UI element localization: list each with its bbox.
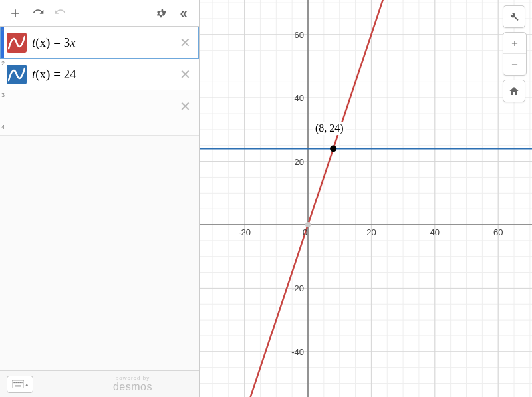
x-tick-label: 0 — [303, 227, 307, 237]
svg-rect-4 — [19, 382, 21, 383]
expression-row[interactable]: 4 — [0, 122, 199, 136]
add-expression-button[interactable] — [4, 2, 27, 25]
expression-list: 1 t(x) = 3x ✕ 2 t(x) = 24 — [0, 27, 199, 370]
svg-rect-0 — [12, 380, 24, 388]
graph-canvas[interactable]: (8, 24) -200204060-40-20204060 — [200, 0, 532, 397]
y-tick-label: 60 — [295, 29, 307, 39]
svg-point-72 — [330, 146, 336, 152]
svg-line-69 — [200, 0, 530, 397]
brand-logo: powered by desmos — [113, 375, 152, 393]
zoom-out-button[interactable] — [503, 54, 526, 75]
svg-rect-6 — [15, 385, 21, 386]
zoom-in-button[interactable] — [503, 33, 526, 54]
graph-controls — [503, 5, 527, 102]
expression-color-icon — [7, 96, 27, 116]
y-tick-label: 40 — [295, 93, 307, 103]
y-tick-label: -40 — [291, 346, 307, 356]
delete-expression-button[interactable]: ✕ — [175, 65, 195, 84]
y-tick-label: -20 — [291, 283, 307, 293]
x-tick-label: 40 — [430, 227, 440, 237]
svg-rect-1 — [13, 382, 15, 383]
expression-color-icon[interactable] — [7, 33, 27, 53]
svg-point-71 — [305, 222, 311, 227]
svg-rect-3 — [17, 382, 19, 383]
plot-svg — [200, 0, 532, 397]
row-index: 3 — [1, 92, 5, 98]
delete-expression-button[interactable]: ✕ — [175, 33, 195, 53]
row-index: 4 — [1, 124, 5, 130]
expression-text[interactable]: t(x) = 24 — [29, 67, 175, 82]
svg-rect-2 — [15, 382, 17, 383]
keyboard-toggle-button[interactable]: ▴ — [7, 376, 33, 393]
row-index: 1 — [1, 28, 5, 35]
expression-row[interactable]: 2 t(x) = 24 ✕ — [0, 59, 199, 90]
home-button[interactable] — [503, 80, 525, 102]
app-root: « 1 t(x) = 3x ✕ 2 — [0, 0, 532, 397]
expression-text[interactable]: t(x) = 3x — [29, 35, 175, 50]
zoom-group — [503, 32, 527, 76]
svg-rect-5 — [21, 382, 23, 383]
x-tick-label: -20 — [238, 227, 251, 237]
x-tick-label: 60 — [493, 227, 503, 237]
x-tick-label: 20 — [366, 227, 376, 237]
panel-footer: ▴ powered by desmos — [0, 370, 199, 397]
wrench-button[interactable] — [503, 5, 525, 28]
undo-button[interactable] — [27, 2, 49, 25]
redo-button[interactable] — [49, 2, 72, 25]
delete-expression-button[interactable]: ✕ — [175, 96, 195, 116]
expression-row[interactable]: 3 ✕ — [0, 90, 199, 122]
graph-settings-button[interactable] — [150, 2, 172, 25]
expression-panel: « 1 t(x) = 3x ✕ 2 — [0, 0, 200, 397]
row-index: 2 — [1, 60, 5, 66]
y-tick-label: 20 — [295, 156, 307, 166]
point-label: (8, 24) — [313, 122, 346, 135]
collapse-panel-button[interactable]: « — [172, 2, 195, 25]
expression-toolbar: « — [0, 0, 199, 27]
expression-row[interactable]: 1 t(x) = 3x ✕ — [0, 27, 199, 59]
expression-color-icon[interactable] — [7, 65, 27, 84]
